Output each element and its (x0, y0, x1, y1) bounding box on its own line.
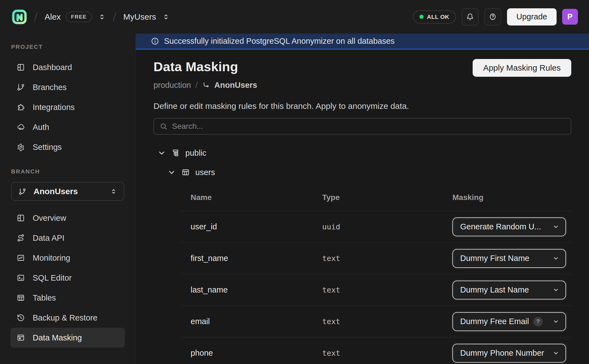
sidebar-item-label: Tables (33, 293, 56, 303)
masking-rule-select[interactable]: Dummy Last Name (452, 281, 566, 299)
sidebar-item-backup-restore[interactable]: Backup & Restore (11, 308, 125, 328)
masking-table-header: Name Type Masking (181, 184, 572, 211)
monitoring-icon (17, 254, 25, 262)
sidebar-item-label: Backup & Restore (33, 313, 98, 322)
table-icon (181, 168, 190, 176)
search-input[interactable] (172, 122, 565, 131)
branch-selector[interactable]: AnonUsers (11, 182, 124, 201)
sidebar-item-dashboard[interactable]: Dashboard (11, 57, 125, 77)
chevron-down-icon (552, 350, 559, 357)
sidebar-item-auth[interactable]: Auth (11, 117, 125, 137)
search-box (153, 118, 571, 135)
info-circle-icon (151, 37, 159, 45)
masking-rule-value: Dummy Last Name (460, 285, 529, 294)
plan-badge: FREE (66, 12, 92, 22)
sidebar-item-label: Branches (33, 83, 67, 92)
topbar-right: ALL OK Upgrade P (413, 8, 578, 25)
schema-icon (171, 149, 180, 157)
git-branch-icon (17, 83, 25, 91)
table-name: users (195, 168, 215, 177)
page-description: Define or edit masking rules for this br… (153, 101, 571, 111)
org-name[interactable]: Alex (45, 12, 61, 22)
sidebar-section-label: BRANCH (11, 168, 135, 175)
sidebar-item-data-api[interactable]: Data API (11, 228, 125, 248)
chevron-down-icon (552, 223, 559, 230)
masking-rule-value: Dummy Phone Number (460, 348, 544, 358)
topbar-divider (113, 12, 117, 22)
sidebar-item-settings[interactable]: Settings (11, 137, 125, 157)
org-switcher-chevron-icon[interactable] (98, 13, 106, 21)
route-icon (17, 234, 25, 242)
masking-rule-select[interactable]: Dummy Phone Number (452, 344, 566, 363)
column-type: text (322, 317, 452, 326)
table-icon (17, 294, 25, 302)
masking-rule-select[interactable]: Dummy Free Email? (452, 312, 566, 331)
project-switcher-chevron-icon[interactable] (162, 13, 170, 21)
sidebar-item-sql-editor[interactable]: SQL Editor (11, 268, 125, 288)
avatar[interactable]: P (562, 9, 578, 25)
cloud-key-icon (17, 123, 25, 131)
sidebar-item-label: Auth (33, 123, 49, 132)
column-name: first_name (181, 254, 322, 263)
masking-rule-select[interactable]: Dummy First Name (452, 249, 566, 268)
chevron-updown-icon (110, 188, 117, 195)
column-header-type: Type (322, 193, 452, 202)
sidebar-item-data-masking[interactable]: Data Masking (11, 328, 125, 348)
terminal-icon (17, 274, 25, 282)
main-content: Data Masking Apply Masking Rules product… (136, 50, 589, 364)
column-type: text (322, 286, 452, 294)
sidebar-item-label: Integrations (33, 103, 75, 112)
sidebar-item-integrations[interactable]: Integrations (11, 97, 125, 117)
neon-logo-icon[interactable] (12, 9, 27, 25)
sidebar-item-overview[interactable]: Overview (11, 208, 125, 228)
schema-name: public (185, 148, 206, 158)
table-row: emailtextDummy Free Email? (181, 306, 572, 337)
git-branch-icon (18, 188, 26, 196)
overview-icon (17, 214, 25, 222)
sidebar-item-branches[interactable]: Branches (11, 77, 125, 97)
breadcrumb-current[interactable]: AnonUsers (214, 81, 257, 90)
dashboard-icon (17, 63, 25, 71)
help-circle-icon (489, 13, 497, 21)
notifications-button[interactable] (462, 8, 479, 25)
chevron-down-icon (552, 318, 559, 325)
tree-row-table[interactable]: users (167, 166, 571, 178)
table-row: user_iduuidGenerate Random U... (181, 211, 572, 243)
branch-selector-label: AnonUsers (34, 187, 103, 196)
status-badge[interactable]: ALL OK (413, 10, 456, 24)
history-icon (17, 314, 25, 322)
column-name: email (181, 317, 322, 326)
project-name[interactable]: MyUsers (123, 12, 156, 22)
mask-icon (17, 334, 25, 342)
help-badge-icon[interactable]: ? (533, 317, 543, 326)
masking-rule-value: Generate Random U... (460, 222, 541, 231)
sidebar-item-tables[interactable]: Tables (11, 288, 125, 308)
status-label: ALL OK (427, 14, 449, 20)
sidebar-section-label: PROJECT (11, 43, 135, 50)
chevron-down-icon[interactable] (157, 149, 166, 157)
sidebar: PROJECTDashboardBranchesIntegrationsAuth… (0, 34, 136, 364)
sidebar-item-monitoring[interactable]: Monitoring (11, 248, 125, 268)
sidebar-item-label: Monitoring (33, 253, 70, 263)
puzzle-icon (17, 103, 25, 111)
masking-rule-select[interactable]: Generate Random U... (452, 217, 566, 236)
apply-masking-rules-button[interactable]: Apply Masking Rules (473, 59, 571, 77)
masking-table: Name Type Masking user_iduuidGenerate Ra… (181, 184, 572, 364)
breadcrumb-parent[interactable]: production (153, 81, 191, 90)
upgrade-button[interactable]: Upgrade (507, 8, 557, 25)
schema-tree: public users (153, 147, 571, 178)
sidebar-item-label: Data Masking (33, 333, 82, 342)
topbar-divider (34, 12, 38, 22)
column-name: last_name (181, 285, 322, 294)
status-dot-icon (419, 15, 424, 19)
masking-rule-value: Dummy Free Email (460, 317, 529, 326)
help-button[interactable] (484, 8, 501, 25)
sidebar-item-label: Dashboard (33, 63, 72, 72)
chevron-down-icon (552, 286, 559, 293)
chevron-down-icon (552, 255, 559, 262)
chevron-down-icon[interactable] (167, 168, 176, 177)
column-type: uuid (322, 222, 452, 231)
page-title: Data Masking (153, 59, 238, 74)
tree-row-schema[interactable]: public (157, 147, 571, 159)
column-name: phone (181, 348, 322, 358)
